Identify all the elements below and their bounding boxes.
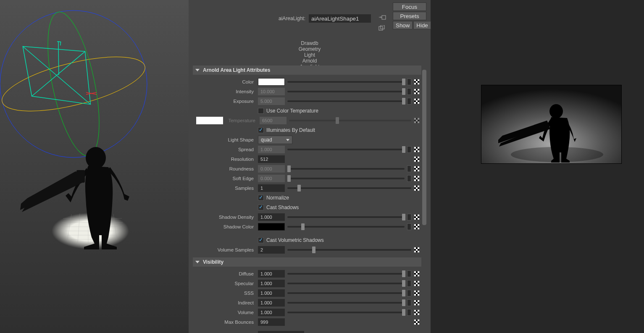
volume-samples-field[interactable] [258,246,285,254]
map-slot[interactable] [407,214,411,220]
diffuse-field[interactable] [258,270,285,278]
map-checker-icon[interactable] [414,271,420,277]
map-checker-icon[interactable] [414,290,420,296]
map-slot[interactable] [407,223,411,230]
shadow-color-swatch[interactable] [258,223,285,231]
intensity-slider[interactable] [287,88,405,95]
map-checker-icon[interactable] [414,89,420,94]
light-shape-label: Light Shape [195,137,255,142]
map-checker-icon[interactable] [414,176,420,181]
color-slider[interactable] [287,78,405,86]
shadow-density-field[interactable] [258,213,285,221]
resolution-field[interactable] [258,155,285,163]
soft-edge-label: Soft Edge [195,176,255,181]
indirect-slider[interactable] [287,299,405,307]
show-button[interactable]: Show [393,21,413,29]
cast-shadows-checkbox[interactable] [258,205,264,210]
node-type-label: aiAreaLight: [279,14,305,32]
exposure-slider[interactable] [287,97,405,105]
normalize-checkbox[interactable] [258,195,264,201]
section-visibility[interactable]: Visibility [193,257,421,267]
volume-samples-slider[interactable] [287,246,411,254]
viewport-gizmos [0,0,189,333]
specular-slider[interactable] [287,280,405,287]
map-checker-icon[interactable] [414,79,420,85]
map-checker-icon[interactable] [414,247,420,253]
shadow-density-slider[interactable] [287,213,405,221]
temperature-slider [289,117,411,124]
exposure-field[interactable] [258,97,285,105]
map-slot[interactable] [407,309,411,316]
map-checker-icon[interactable] [414,147,420,152]
map-checker-icon[interactable] [414,281,420,286]
roundness-field[interactable] [258,165,285,173]
roundness-slider[interactable] [287,165,405,173]
sss-field[interactable] [258,289,285,297]
map-checker-icon[interactable] [414,300,420,306]
color-label: Color [195,79,255,84]
spread-label: Spread [195,147,255,152]
render-content [481,85,622,164]
attribute-scrollbar[interactable] [422,70,426,329]
map-slot[interactable] [407,88,411,95]
light-shape-dropdown[interactable]: quad [258,136,292,144]
normalize-label: Normalize [266,195,289,201]
map-slot[interactable] [407,175,411,182]
resolution-label: Resolution [195,157,255,162]
max-bounces-field[interactable] [258,318,285,326]
map-checker-icon[interactable] [414,214,420,220]
map-slot[interactable] [407,290,411,296]
volume-field[interactable] [258,309,285,316]
roundness-label: Roundness [195,166,255,171]
section-arnold-attrs[interactable]: Arnold Area Light Attributes [193,66,421,75]
sss-slider[interactable] [287,289,405,297]
map-slot[interactable] [407,165,411,172]
intensity-field[interactable] [258,88,285,95]
volume-slider[interactable] [287,309,405,316]
chevron-down-icon [195,261,200,263]
cast-volumetric-checkbox[interactable] [258,237,264,243]
map-checker-icon[interactable] [414,309,420,315]
samples-field[interactable] [258,184,285,192]
map-slot[interactable] [407,270,411,277]
map-slot[interactable] [407,98,411,105]
samples-slider[interactable] [287,184,411,192]
map-checker-icon[interactable] [414,319,420,325]
focus-button[interactable]: Focus [393,3,426,11]
node-name-field[interactable] [309,14,371,23]
svg-rect-9 [76,170,85,183]
map-checker-icon[interactable] [414,98,420,104]
indirect-field[interactable] [258,299,285,307]
map-checker-icon[interactable] [414,156,420,162]
temperature-field [260,117,287,124]
map-checker-icon[interactable] [414,185,420,191]
map-slot[interactable] [407,280,411,287]
map-slot[interactable] [407,146,411,153]
soft-edge-field[interactable] [258,175,285,182]
volume-samples-label: Volume Samples [195,247,255,252]
shadow-color-slider[interactable] [287,223,405,231]
color-swatch[interactable] [258,78,285,86]
chevron-down-icon [286,139,289,141]
spread-slider[interactable] [287,146,405,153]
viewport-3d[interactable] [0,0,189,333]
spread-field[interactable] [258,146,285,153]
diffuse-label: Diffuse [195,271,255,276]
specular-field[interactable] [258,280,285,287]
hide-button[interactable]: Hide [413,21,431,29]
render-view-panel [432,0,644,333]
copy-tab-icon[interactable] [378,24,387,32]
load-attrs-icon[interactable] [378,14,387,22]
map-checker-icon[interactable] [414,166,420,172]
max-bounces-label: Max Bounces [195,320,255,325]
map-slot[interactable] [407,79,411,85]
map-slot[interactable] [407,299,411,306]
presets-button[interactable]: Presets [393,12,426,20]
aov-light-group-field[interactable] [258,331,304,333]
map-checker-icon[interactable] [414,224,420,230]
soft-edge-slider[interactable] [287,175,405,182]
volume-label: Volume [195,310,255,315]
diffuse-slider[interactable] [287,270,405,278]
illuminates-default-checkbox[interactable] [258,127,264,133]
use-color-temp-checkbox[interactable] [258,108,264,114]
